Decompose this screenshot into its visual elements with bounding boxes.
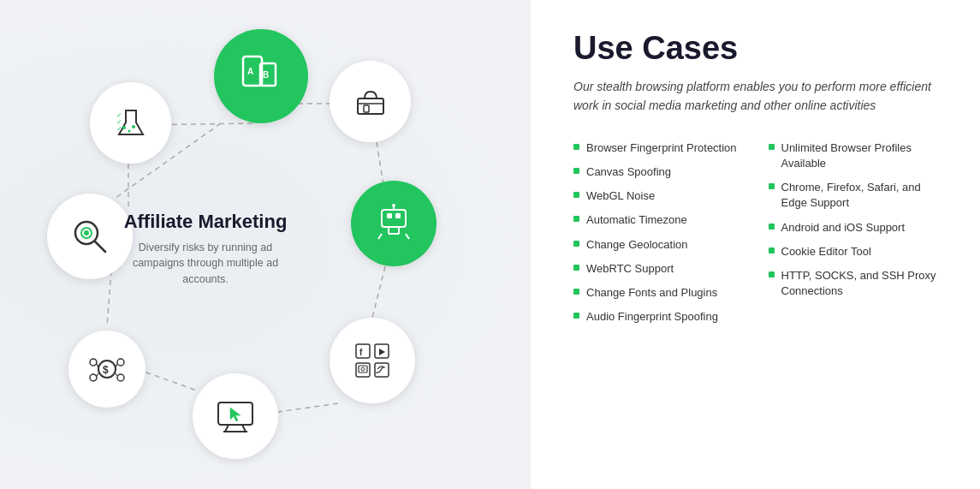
feature-item: Android and iOS Support [769, 216, 947, 240]
page-title: Use Cases [573, 30, 946, 67]
feature-item: Automatic Timezone [573, 208, 751, 232]
feature-item: HTTP, SOCKS, and SSH Proxy Connections [769, 264, 947, 303]
shop-icon [353, 83, 389, 119]
svg-point-45 [90, 359, 97, 366]
features-col1: Browser Fingerprint ProtectionCanvas Spo… [573, 136, 751, 330]
bullet [769, 144, 775, 150]
center-description: Affiliate Marketing Diversify risks by r… [111, 211, 300, 288]
bullet [769, 271, 775, 277]
ab-icon: A B [236, 51, 286, 101]
svg-point-30 [392, 204, 395, 207]
svg-rect-26 [389, 227, 399, 234]
svg-text:f: f [359, 348, 363, 357]
feature-item: Audio Fingerprint Spoofing [573, 305, 751, 329]
node-ab-testing: A B [214, 29, 308, 123]
svg-line-49 [97, 364, 98, 367]
svg-rect-38 [375, 363, 389, 377]
page-subtitle: Our stealth browsing platform enables yo… [573, 77, 941, 116]
bullet [573, 144, 579, 150]
feature-item: Cookie Editor Tool [769, 240, 947, 264]
svg-text:B: B [263, 70, 269, 80]
center-title: Affiliate Marketing [111, 211, 300, 233]
bullet [573, 265, 579, 271]
svg-text:A: A [247, 67, 253, 76]
feature-item: Chrome, Firefox, Safari, and Edge Suppor… [769, 176, 947, 215]
node-lab: ✓ ✓ ✓ [90, 82, 171, 164]
svg-point-47 [90, 374, 97, 381]
svg-line-34 [95, 242, 105, 252]
center-desc: Diversify risks by running ad campaigns … [111, 240, 300, 288]
svg-text:✓: ✓ [116, 125, 122, 133]
svg-line-50 [116, 364, 117, 367]
svg-rect-24 [387, 213, 392, 218]
bullet [573, 289, 579, 295]
bullet [769, 224, 775, 230]
svg-line-6 [137, 369, 197, 391]
bullet [573, 216, 579, 222]
cursor-icon [215, 396, 256, 437]
robot-icon [373, 203, 414, 244]
svg-line-54 [225, 425, 229, 432]
bullet [769, 183, 775, 189]
bullet [573, 241, 579, 247]
svg-point-46 [117, 359, 124, 366]
feature-item: WebGL Noise [573, 184, 751, 208]
node-shopping [330, 61, 411, 142]
svg-point-19 [132, 125, 135, 128]
svg-rect-37 [356, 363, 370, 377]
eye-icon [69, 216, 110, 257]
svg-point-42 [361, 367, 365, 371]
svg-point-18 [128, 130, 130, 133]
svg-line-51 [97, 373, 98, 376]
diagram-container: .dline { stroke: #aaa; stroke-width: 1.5… [26, 14, 505, 476]
svg-line-4 [377, 142, 383, 185]
features-grid: Browser Fingerprint ProtectionCanvas Spo… [573, 136, 946, 330]
svg-point-48 [117, 374, 124, 381]
money-icon: $ [88, 350, 126, 388]
svg-line-28 [406, 234, 409, 239]
left-panel: .dline { stroke: #aaa; stroke-width: 1.5… [0, 0, 531, 489]
svg-rect-23 [382, 210, 406, 227]
svg-rect-15 [364, 105, 369, 112]
feature-item: Change Fonts and Plugins [573, 281, 751, 305]
feature-item: Unlimited Browser Profiles Available [769, 136, 947, 176]
right-panel: Use Cases Our stealth browsing platform … [531, 0, 980, 489]
feature-item: Change Geolocation [573, 233, 751, 257]
bullet [573, 192, 579, 198]
lab-icon: ✓ ✓ ✓ [112, 104, 150, 141]
svg-line-52 [116, 373, 117, 376]
svg-line-27 [378, 234, 382, 239]
node-social: f [330, 318, 415, 403]
svg-rect-35 [356, 344, 370, 358]
features-col2: Unlimited Browser Profiles AvailableChro… [769, 136, 947, 330]
svg-line-5 [372, 266, 385, 318]
svg-point-17 [122, 126, 126, 129]
svg-rect-25 [395, 213, 401, 218]
svg-text:$: $ [103, 364, 109, 376]
feature-item: WebRTC Support [573, 257, 751, 281]
svg-line-7 [278, 403, 338, 412]
svg-marker-40 [379, 349, 385, 355]
social-icon: f [351, 339, 394, 382]
svg-line-55 [242, 425, 246, 432]
bullet [573, 168, 579, 174]
svg-rect-13 [358, 98, 383, 114]
feature-item: Canvas Spoofing [573, 160, 751, 184]
svg-rect-41 [359, 366, 367, 373]
svg-marker-57 [230, 408, 241, 421]
node-money: $ [68, 331, 146, 408]
bullet [573, 313, 579, 319]
node-cursor [193, 373, 278, 459]
bullet [769, 247, 775, 253]
node-robot [351, 181, 437, 266]
feature-item: Browser Fingerprint Protection [573, 136, 751, 160]
svg-point-33 [84, 230, 89, 236]
